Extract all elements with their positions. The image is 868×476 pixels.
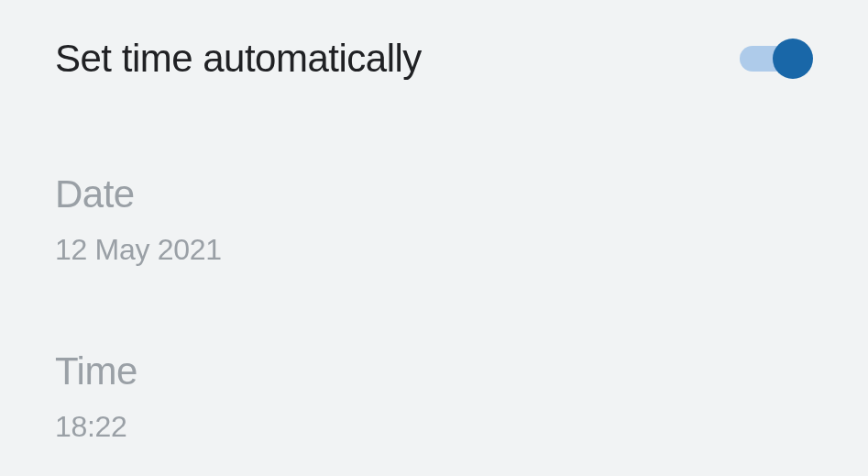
auto-time-toggle[interactable] <box>740 39 813 79</box>
date-value: 12 May 2021 <box>55 233 813 267</box>
auto-time-title: Set time automatically <box>55 37 422 81</box>
time-setting-item[interactable]: Time 18:22 <box>55 349 813 444</box>
toggle-thumb <box>773 39 813 79</box>
time-label: Time <box>55 349 813 393</box>
time-value: 18:22 <box>55 410 813 444</box>
date-label: Date <box>55 172 813 216</box>
auto-time-setting-row: Set time automatically <box>55 37 813 81</box>
date-setting-item[interactable]: Date 12 May 2021 <box>55 172 813 267</box>
